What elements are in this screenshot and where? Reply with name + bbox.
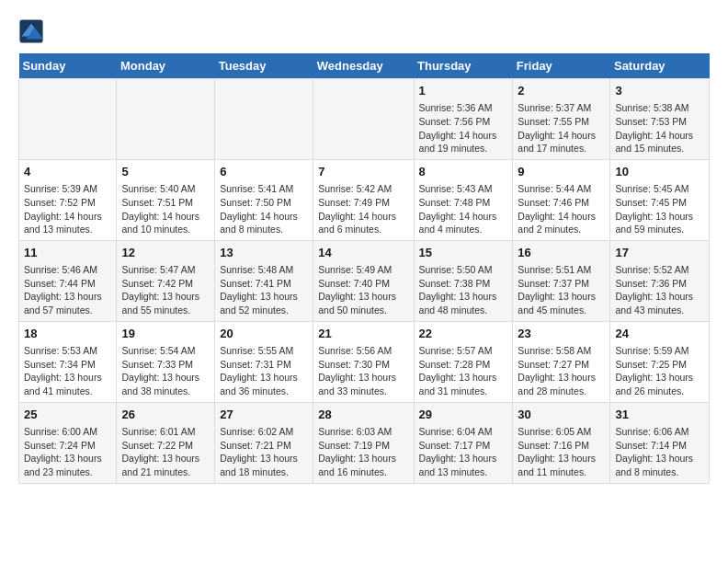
day-number: 18 bbox=[24, 326, 111, 342]
calendar-cell: 29Sunrise: 6:04 AM Sunset: 7:17 PM Dayli… bbox=[414, 402, 513, 483]
cell-content: Sunrise: 5:38 AM Sunset: 7:53 PM Dayligh… bbox=[615, 101, 704, 155]
page-header bbox=[18, 18, 710, 44]
day-number: 15 bbox=[419, 245, 508, 261]
day-number: 10 bbox=[615, 164, 704, 180]
cell-content: Sunrise: 6:01 AM Sunset: 7:22 PM Dayligh… bbox=[121, 425, 210, 479]
day-number: 25 bbox=[24, 407, 111, 423]
day-header-thursday: Thursday bbox=[414, 53, 513, 79]
day-header-saturday: Saturday bbox=[610, 53, 710, 79]
cell-content: Sunrise: 5:55 AM Sunset: 7:31 PM Dayligh… bbox=[220, 344, 308, 398]
calendar-cell: 14Sunrise: 5:49 AM Sunset: 7:40 PM Dayli… bbox=[313, 240, 414, 321]
calendar-cell: 1Sunrise: 5:36 AM Sunset: 7:56 PM Daylig… bbox=[414, 79, 513, 160]
cell-content: Sunrise: 6:03 AM Sunset: 7:19 PM Dayligh… bbox=[318, 425, 408, 479]
calendar-cell: 10Sunrise: 5:45 AM Sunset: 7:45 PM Dayli… bbox=[610, 159, 710, 240]
calendar-week-row: 18Sunrise: 5:53 AM Sunset: 7:34 PM Dayli… bbox=[19, 321, 710, 402]
calendar-week-row: 11Sunrise: 5:46 AM Sunset: 7:44 PM Dayli… bbox=[19, 240, 710, 321]
day-header-sunday: Sunday bbox=[19, 53, 117, 79]
day-number: 19 bbox=[121, 326, 210, 342]
cell-content: Sunrise: 5:50 AM Sunset: 7:38 PM Dayligh… bbox=[419, 263, 508, 317]
calendar-cell: 24Sunrise: 5:59 AM Sunset: 7:25 PM Dayli… bbox=[610, 321, 710, 402]
calendar-cell: 31Sunrise: 6:06 AM Sunset: 7:14 PM Dayli… bbox=[610, 402, 710, 483]
day-header-tuesday: Tuesday bbox=[215, 53, 313, 79]
day-number: 21 bbox=[318, 326, 408, 342]
cell-content: Sunrise: 5:49 AM Sunset: 7:40 PM Dayligh… bbox=[318, 263, 408, 317]
calendar-cell bbox=[117, 79, 215, 160]
logo bbox=[18, 18, 46, 44]
cell-content: Sunrise: 5:41 AM Sunset: 7:50 PM Dayligh… bbox=[220, 182, 308, 236]
calendar-cell: 11Sunrise: 5:46 AM Sunset: 7:44 PM Dayli… bbox=[19, 240, 117, 321]
cell-content: Sunrise: 5:44 AM Sunset: 7:46 PM Dayligh… bbox=[518, 182, 605, 236]
calendar-cell: 25Sunrise: 6:00 AM Sunset: 7:24 PM Dayli… bbox=[19, 402, 117, 483]
calendar-cell: 21Sunrise: 5:56 AM Sunset: 7:30 PM Dayli… bbox=[313, 321, 414, 402]
cell-content: Sunrise: 5:46 AM Sunset: 7:44 PM Dayligh… bbox=[24, 263, 111, 317]
cell-content: Sunrise: 5:42 AM Sunset: 7:49 PM Dayligh… bbox=[318, 182, 408, 236]
cell-content: Sunrise: 5:36 AM Sunset: 7:56 PM Dayligh… bbox=[419, 101, 508, 155]
day-number: 9 bbox=[518, 164, 605, 180]
calendar-cell: 16Sunrise: 5:51 AM Sunset: 7:37 PM Dayli… bbox=[513, 240, 610, 321]
calendar-cell: 3Sunrise: 5:38 AM Sunset: 7:53 PM Daylig… bbox=[610, 79, 710, 160]
day-number: 13 bbox=[220, 245, 308, 261]
calendar-cell bbox=[313, 79, 414, 160]
day-number: 26 bbox=[121, 407, 210, 423]
cell-content: Sunrise: 5:48 AM Sunset: 7:41 PM Dayligh… bbox=[220, 263, 308, 317]
day-number: 8 bbox=[419, 164, 508, 180]
day-number: 29 bbox=[419, 407, 508, 423]
day-number: 16 bbox=[518, 245, 605, 261]
day-number: 20 bbox=[220, 326, 308, 342]
cell-content: Sunrise: 6:00 AM Sunset: 7:24 PM Dayligh… bbox=[24, 425, 111, 479]
day-number: 27 bbox=[220, 407, 308, 423]
day-number: 23 bbox=[518, 326, 605, 342]
calendar-header-row: SundayMondayTuesdayWednesdayThursdayFrid… bbox=[19, 53, 710, 79]
day-number: 4 bbox=[24, 164, 111, 180]
calendar-cell: 30Sunrise: 6:05 AM Sunset: 7:16 PM Dayli… bbox=[513, 402, 610, 483]
calendar-week-row: 25Sunrise: 6:00 AM Sunset: 7:24 PM Dayli… bbox=[19, 402, 710, 483]
day-number: 11 bbox=[24, 245, 111, 261]
calendar-cell: 6Sunrise: 5:41 AM Sunset: 7:50 PM Daylig… bbox=[215, 159, 313, 240]
calendar-cell: 2Sunrise: 5:37 AM Sunset: 7:55 PM Daylig… bbox=[513, 79, 610, 160]
cell-content: Sunrise: 5:47 AM Sunset: 7:42 PM Dayligh… bbox=[121, 263, 210, 317]
day-number: 5 bbox=[121, 164, 210, 180]
calendar-cell bbox=[19, 79, 117, 160]
day-number: 12 bbox=[121, 245, 210, 261]
day-number: 31 bbox=[615, 407, 704, 423]
day-number: 17 bbox=[615, 245, 704, 261]
cell-content: Sunrise: 6:05 AM Sunset: 7:16 PM Dayligh… bbox=[518, 425, 605, 479]
calendar-cell: 18Sunrise: 5:53 AM Sunset: 7:34 PM Dayli… bbox=[19, 321, 117, 402]
calendar-week-row: 4Sunrise: 5:39 AM Sunset: 7:52 PM Daylig… bbox=[19, 159, 710, 240]
cell-content: Sunrise: 5:37 AM Sunset: 7:55 PM Dayligh… bbox=[518, 101, 605, 155]
cell-content: Sunrise: 6:02 AM Sunset: 7:21 PM Dayligh… bbox=[220, 425, 308, 479]
calendar-cell: 8Sunrise: 5:43 AM Sunset: 7:48 PM Daylig… bbox=[414, 159, 513, 240]
calendar-cell: 22Sunrise: 5:57 AM Sunset: 7:28 PM Dayli… bbox=[414, 321, 513, 402]
day-number: 2 bbox=[518, 83, 605, 99]
day-number: 6 bbox=[220, 164, 308, 180]
day-number: 30 bbox=[518, 407, 605, 423]
cell-content: Sunrise: 5:53 AM Sunset: 7:34 PM Dayligh… bbox=[24, 344, 111, 398]
calendar-cell bbox=[215, 79, 313, 160]
cell-content: Sunrise: 5:51 AM Sunset: 7:37 PM Dayligh… bbox=[518, 263, 605, 317]
calendar-cell: 19Sunrise: 5:54 AM Sunset: 7:33 PM Dayli… bbox=[117, 321, 215, 402]
calendar-cell: 20Sunrise: 5:55 AM Sunset: 7:31 PM Dayli… bbox=[215, 321, 313, 402]
cell-content: Sunrise: 6:06 AM Sunset: 7:14 PM Dayligh… bbox=[615, 425, 704, 479]
calendar-cell: 27Sunrise: 6:02 AM Sunset: 7:21 PM Dayli… bbox=[215, 402, 313, 483]
day-number: 14 bbox=[318, 245, 408, 261]
calendar-week-row: 1Sunrise: 5:36 AM Sunset: 7:56 PM Daylig… bbox=[19, 79, 710, 160]
day-number: 28 bbox=[318, 407, 408, 423]
cell-content: Sunrise: 5:52 AM Sunset: 7:36 PM Dayligh… bbox=[615, 263, 704, 317]
calendar-cell: 28Sunrise: 6:03 AM Sunset: 7:19 PM Dayli… bbox=[313, 402, 414, 483]
cell-content: Sunrise: 5:56 AM Sunset: 7:30 PM Dayligh… bbox=[318, 344, 408, 398]
calendar-cell: 15Sunrise: 5:50 AM Sunset: 7:38 PM Dayli… bbox=[414, 240, 513, 321]
day-header-monday: Monday bbox=[117, 53, 215, 79]
cell-content: Sunrise: 5:45 AM Sunset: 7:45 PM Dayligh… bbox=[615, 182, 704, 236]
calendar-cell: 26Sunrise: 6:01 AM Sunset: 7:22 PM Dayli… bbox=[117, 402, 215, 483]
day-number: 7 bbox=[318, 164, 408, 180]
cell-content: Sunrise: 5:40 AM Sunset: 7:51 PM Dayligh… bbox=[121, 182, 210, 236]
calendar-cell: 7Sunrise: 5:42 AM Sunset: 7:49 PM Daylig… bbox=[313, 159, 414, 240]
calendar-cell: 13Sunrise: 5:48 AM Sunset: 7:41 PM Dayli… bbox=[215, 240, 313, 321]
calendar-cell: 17Sunrise: 5:52 AM Sunset: 7:36 PM Dayli… bbox=[610, 240, 710, 321]
day-number: 1 bbox=[419, 83, 508, 99]
cell-content: Sunrise: 5:54 AM Sunset: 7:33 PM Dayligh… bbox=[121, 344, 210, 398]
calendar-cell: 4Sunrise: 5:39 AM Sunset: 7:52 PM Daylig… bbox=[19, 159, 117, 240]
day-number: 22 bbox=[419, 326, 508, 342]
day-number: 24 bbox=[615, 326, 704, 342]
day-header-wednesday: Wednesday bbox=[313, 53, 414, 79]
